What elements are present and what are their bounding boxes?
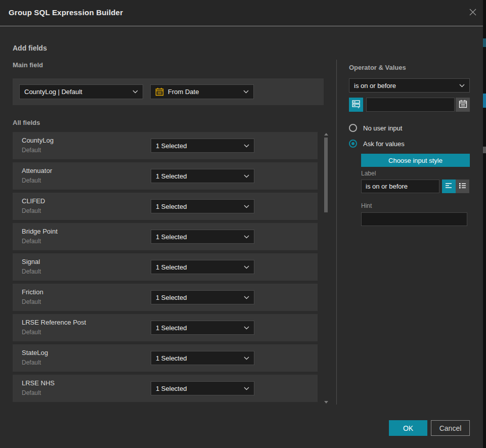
field-values-select[interactable]: 1 Selected [151,351,254,365]
choose-input-style-button[interactable]: Choose input style [361,154,470,167]
scroll-down-arrow-icon[interactable] [324,401,328,404]
field-values-select[interactable]: 1 Selected [151,321,254,335]
radio-icon [349,140,357,148]
field-values-select-value: 1 Selected [156,233,240,241]
field-subtitle: Default [22,177,41,184]
hint-caption: Hint [361,202,372,209]
panel-divider [336,60,337,405]
label-input[interactable] [361,180,439,193]
date-picker-button[interactable] [456,98,470,112]
bulleted-list-icon [459,182,467,191]
calendar-icon [155,87,164,96]
field-subtitle: Default [22,298,41,305]
operator-select[interactable]: is on or before [349,78,470,93]
dialog-title: Group SQL Expression Builder [9,8,123,17]
align-left-icon [445,182,453,191]
field-subtitle: Default [22,329,41,336]
field-values-select-value: 1 Selected [156,203,240,210]
main-field-row: CountyLog | Default From Date [13,78,324,105]
close-icon [469,8,477,18]
field-subtitle: Default [22,207,41,214]
radio-icon [349,124,357,132]
field-values-select[interactable]: 1 Selected [151,290,254,304]
dataset-select[interactable]: CountyLog | Default [19,84,143,99]
field-row: Friction Default 1 Selected [13,284,318,311]
field-values-select-value: 1 Selected [156,385,240,392]
field-name: Signal [22,258,40,265]
chevron-down-icon [244,387,249,390]
field-name: CLIFED [22,197,45,205]
field-row: Bridge Point Default 1 Selected [13,223,318,250]
list-scrollbar[interactable] [324,132,329,405]
field-row: LRSE Reference Post Default 1 Selected [13,314,318,341]
field-row: CLIFED Default 1 Selected [13,193,318,220]
field-subtitle: Default [22,389,41,396]
all-fields-list: CountyLog Default 1 Selected Attenuator … [13,132,318,405]
chevron-down-icon [132,90,138,94]
add-fields-heading: Add fields [13,44,47,52]
field-name: LRSE NHS [22,379,55,387]
field-values-select-value: 1 Selected [156,172,240,180]
field-row: StateLog Default 1 Selected [13,344,318,372]
edge-gray-segment [483,147,486,153]
value-input[interactable] [366,98,455,112]
field-row: CountyLog Default 1 Selected [13,132,318,159]
field-name: StateLog [22,349,48,356]
main-field-select[interactable]: From Date [150,84,254,99]
chevron-down-icon [243,90,249,94]
field-row: Signal Default 1 Selected [13,253,318,281]
field-values-select-value: 1 Selected [156,294,240,301]
field-subtitle: Default [22,147,41,154]
unique-values-button[interactable] [349,98,363,112]
radio-option[interactable]: Ask for values [349,140,405,148]
chevron-down-icon [244,144,249,148]
all-fields-heading: All fields [13,119,40,126]
chevron-down-icon [244,174,249,178]
list-select-icon [351,99,361,110]
ok-button[interactable]: OK [389,420,427,436]
chevron-down-icon [244,326,249,330]
field-subtitle: Default [22,238,41,245]
chevron-down-icon [244,296,249,299]
edge-accent-segment [483,38,486,47]
scroll-up-arrow-icon[interactable] [324,133,328,136]
field-name: Attenuator [22,167,52,174]
field-name: Friction [22,288,43,296]
close-button[interactable] [467,7,479,19]
main-field-select-value: From Date [168,88,239,96]
field-values-select-value: 1 Selected [156,263,240,271]
operator-select-value: is on or before [354,82,455,89]
calendar-icon [459,100,467,110]
field-values-select[interactable]: 1 Selected [151,230,254,244]
field-row: LRSE NHS Default 1 Selected [13,375,318,402]
field-values-select[interactable]: 1 Selected [151,139,254,153]
hint-input[interactable] [361,212,467,226]
background-app-edge [483,0,486,448]
radio-option[interactable]: No user input [349,124,402,132]
field-values-select[interactable]: 1 Selected [151,381,254,395]
field-subtitle: Default [22,268,41,275]
single-line-style-button[interactable] [442,180,456,193]
scrollbar-thumb[interactable] [324,138,328,212]
main-field-heading: Main field [13,61,43,69]
field-values-select[interactable]: 1 Selected [151,260,254,274]
field-name: Bridge Point [22,228,58,235]
dataset-select-value: CountyLog | Default [24,88,128,96]
field-values-select[interactable]: 1 Selected [151,199,254,213]
field-values-select[interactable]: 1 Selected [151,169,254,183]
field-values-select-value: 1 Selected [156,324,240,332]
field-name: CountyLog [22,137,54,144]
edge-accent-segment [483,94,486,108]
field-values-select-value: 1 Selected [156,142,240,150]
radio-option-label: No user input [363,124,402,132]
titlebar: Group SQL Expression Builder [0,0,486,26]
chevron-down-icon [244,265,249,269]
radio-option-label: Ask for values [363,140,405,148]
cancel-button[interactable]: Cancel [431,420,470,436]
chevron-down-icon [244,356,249,360]
field-subtitle: Default [22,359,41,366]
list-style-button[interactable] [456,180,469,193]
field-row: Attenuator Default 1 Selected [13,162,318,190]
group-sql-expression-builder-dialog: Group SQL Expression Builder Add fields … [0,0,486,448]
operator-values-heading: Operator & Values [349,64,406,71]
